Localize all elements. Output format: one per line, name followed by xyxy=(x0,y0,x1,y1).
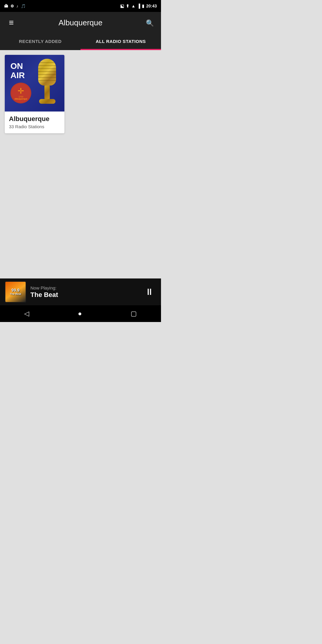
tab-all-radio-stations[interactable]: ALL RADIO STATIONS xyxy=(80,33,161,50)
tab-recently-added[interactable]: RECENTLY ADDED xyxy=(0,33,80,50)
nav-bar: ◁ ● ▢ xyxy=(0,305,161,322)
station-card-image: ONAIR xyxy=(5,55,64,112)
mic-container: ONAIR xyxy=(6,56,63,110)
content-area: ONAIR xyxy=(0,50,161,295)
now-playing-logo-name: The Beat xyxy=(10,293,21,296)
now-playing-bar[interactable]: 99.9 The Beat Now Playing: The Beat ⏸ xyxy=(0,278,161,305)
app-icon-3: ♪ xyxy=(16,4,18,8)
zia-sun-symbol: ✛ xyxy=(14,86,27,96)
now-playing-info: Now Playing: The Beat xyxy=(30,285,138,299)
now-playing-freq: 99.9 xyxy=(10,288,21,292)
status-bar: 🏔 ⚙ ♪ 🎵 ⬕ ⬆ ▲ ▐ ▮ 20:43 xyxy=(0,0,161,12)
station-name: Albuquerque xyxy=(9,115,60,123)
status-icons-right: ⬕ ⬆ ▲ ▐ ▮ 20:43 xyxy=(120,4,157,8)
toolbar: Albuquerque xyxy=(0,12,161,33)
pause-button[interactable]: ⏸ xyxy=(143,284,156,299)
microphone-icon xyxy=(34,59,61,108)
app-icon-4: 🎵 xyxy=(21,4,26,8)
search-button[interactable] xyxy=(144,18,156,27)
station-card-albuquerque[interactable]: ONAIR xyxy=(5,55,64,133)
signal-icon: ▐ xyxy=(137,4,140,8)
app-icon-2: ⚙ xyxy=(10,4,14,8)
page-title: Albuquerque xyxy=(17,18,144,27)
recents-button[interactable]: ▢ xyxy=(125,307,143,321)
back-button[interactable]: ◁ xyxy=(18,307,35,321)
station-count: 33 Radio Stations xyxy=(9,124,60,129)
now-playing-label: Now Playing: xyxy=(30,285,138,290)
status-icons-left: 🏔 ⚙ ♪ 🎵 xyxy=(4,4,26,8)
wifi-icon: ▲ xyxy=(131,4,135,8)
station-card-info: Albuquerque 33 Radio Stations xyxy=(5,112,64,133)
now-playing-logo: 99.9 The Beat xyxy=(5,281,26,303)
now-playing-title: The Beat xyxy=(30,291,138,299)
on-air-label: ONAIR xyxy=(10,62,25,80)
home-button[interactable]: ● xyxy=(72,307,88,321)
tabs-container: RECENTLY ADDED ALL RADIO STATIONS xyxy=(0,33,161,50)
app-icon-1: 🏔 xyxy=(4,4,8,8)
zia-badge: ✛ 1700 Albuquerque xyxy=(10,83,31,103)
menu-button[interactable] xyxy=(5,18,17,27)
arrow-icon: ⬆ xyxy=(126,4,129,8)
now-playing-logo-inner: 99.9 The Beat xyxy=(5,282,26,302)
time: 20:43 xyxy=(146,4,157,8)
battery-icon: ▮ xyxy=(142,4,144,8)
cast-icon: ⬕ xyxy=(120,4,124,8)
